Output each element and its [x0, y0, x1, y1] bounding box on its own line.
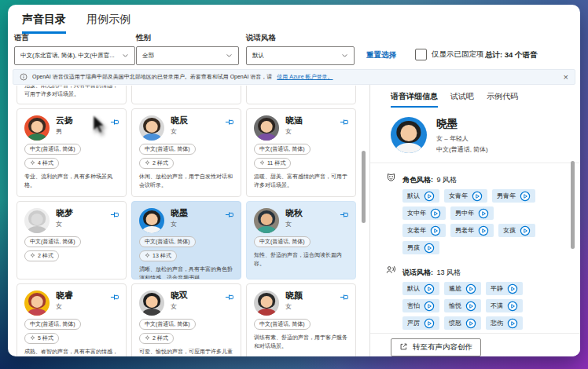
play-style-button[interactable] [424, 283, 435, 294]
play-style-button[interactable] [465, 301, 476, 312]
play-style-button[interactable] [520, 225, 531, 236]
gender-select[interactable]: 全部 [136, 46, 239, 65]
style-chip[interactable]: 害怕 [402, 299, 439, 312]
voice-card-clipped[interactable] [246, 86, 356, 104]
style-chip[interactable]: 平静 [486, 282, 523, 295]
voice-card-clipped[interactable]: 活泼、阳光的声音，具有丰富的情感，可用于许多对话场景。 [17, 86, 127, 104]
voice-card[interactable]: 晓双 女 中文(普通话, 简体) 2 样式 可爱、愉悦的声音，可应用于许多儿童相… [131, 283, 241, 356]
style-chip[interactable]: 愤怒 [444, 316, 481, 330]
voice-name: 晓墨 [171, 208, 188, 219]
azure-login-link[interactable]: 使用 Azure 帐户登录。 [277, 73, 333, 81]
styles-pill-label: 11 样式 [267, 160, 285, 166]
details-panel-scrollbar[interactable] [571, 161, 575, 249]
reset-selection-link[interactable]: 重置选择 [366, 50, 396, 60]
pin-icon[interactable] [109, 116, 119, 126]
style-chip[interactable]: 愉悦 [444, 299, 481, 312]
play-style-button[interactable] [424, 191, 435, 202]
pin-icon[interactable] [339, 291, 349, 301]
voice-card[interactable]: 晓颜 女 中文(普通话, 简体) 训练有素、舒适的声音，用于客户服务和对话场景。 [246, 283, 356, 356]
voice-card[interactable]: 晓梦 女 中文(普通话, 简体) 2 样式 [17, 201, 127, 279]
play-style-button[interactable] [507, 301, 518, 312]
pin-icon[interactable] [109, 291, 119, 301]
style-chip[interactable]: 男中年 [450, 206, 494, 220]
open-in-new-icon [399, 342, 408, 353]
language-select[interactable]: 中文(东北官话, 简体), 中文(中原官... [14, 46, 135, 65]
play-style-button[interactable] [430, 208, 441, 219]
styles-icon [145, 335, 150, 342]
play-style-button[interactable] [507, 283, 518, 294]
voice-card[interactable]: 晓辰 女 中文(普通话, 简体) 2 样式 休闲、放松的声音，用于自发性对话和会… [131, 108, 241, 197]
style-chip[interactable]: 尴尬 [444, 282, 481, 295]
chevron-down-icon [226, 52, 233, 60]
play-style-button[interactable] [424, 243, 435, 254]
voice-details-panel: 语音详细信息 试试吧 示例代码 晓墨 女 – 年轻人 中文(普通话, 简体) [369, 85, 580, 356]
voice-card[interactable]: 云扬 男 中文(普通话, 简体) 4 样式 专业、流利的声音，具有多种场景风格。 [17, 108, 127, 197]
play-style-button[interactable] [507, 318, 518, 329]
tab-voice-catalog[interactable]: 声音目录 [22, 13, 66, 34]
language-pill-line: 中文(普通话, 简体) [139, 144, 233, 155]
role-styles-count: 9 风格 [436, 176, 457, 184]
tab-try-it[interactable]: 试试吧 [450, 91, 474, 108]
go-to-audio-content-creation-button[interactable]: 转至有声内容创作 [391, 338, 481, 356]
voice-gallery-window: 声音目录 用例示例 语言 中文(东北官话, 简体), 中文(中原官... 性别 … [8, 5, 580, 356]
style-chip-label: 女老年 [407, 226, 426, 235]
avatar-body [257, 133, 276, 141]
language-pill-label: 中文(普通话, 简体) [30, 146, 75, 152]
style-chip[interactable]: 不满 [486, 299, 523, 312]
pin-icon[interactable] [339, 116, 349, 126]
play-style-button[interactable] [430, 225, 441, 236]
style-chip[interactable]: 严厉 [402, 316, 439, 330]
language-pill: 中文(普通话, 简体) [139, 144, 196, 155]
style-chip-label: 默认 [407, 284, 420, 293]
language-pill-line: 中文(普通话, 简体) [254, 144, 348, 155]
pin-icon[interactable] [224, 291, 234, 301]
style-chip[interactable]: 男老年 [450, 224, 494, 237]
speaking-styles-section: 说话风格: 13 风格 默认 尴尬 平静 害怕 愉悦 不满 [386, 264, 569, 333]
play-style-button[interactable] [465, 283, 476, 294]
voice-card-clipped[interactable] [131, 86, 241, 104]
pin-icon[interactable] [109, 209, 119, 219]
style-chip[interactable]: 悲伤 [486, 316, 523, 330]
avatar [254, 208, 279, 233]
play-style-button[interactable] [424, 301, 435, 312]
pinned-only-checkbox[interactable] [415, 49, 427, 60]
voice-card[interactable]: 晓秋 女 中文(普通话, 简体) 知性、舒适的声音，适合阅读长篇内容。 [246, 201, 356, 279]
style-chip[interactable]: 女老年 [402, 224, 446, 237]
pin-icon[interactable] [224, 209, 234, 219]
go-to-audio-content-creation-label: 转至有声内容创作 [413, 342, 472, 353]
styles-pill-label: 2 样式 [153, 160, 168, 166]
pin-icon[interactable] [224, 116, 234, 126]
role-styles-section: 角色风格: 9 风格 默认 女青年 男青年 女中年 男中年 女老年 [386, 171, 569, 254]
play-style-button[interactable] [478, 208, 489, 219]
tab-sample-code[interactable]: 示例代码 [487, 91, 518, 108]
play-style-button[interactable] [478, 225, 489, 236]
style-chip[interactable]: 男孩 [402, 241, 439, 254]
tab-voice-details[interactable]: 语音详细信息 [391, 91, 438, 108]
styles-pill: 11 样式 [254, 158, 348, 170]
speaking-style-filter-group: 说话风格 默认 [246, 33, 355, 65]
voice-card[interactable]: 晓墨 女 中文(普通话, 简体) 13 样式 清晰、放松的声音，具有丰富的角色扮… [131, 201, 241, 279]
style-chip[interactable]: 男青年 [492, 189, 535, 203]
play-style-button[interactable] [472, 191, 483, 202]
play-style-button[interactable] [465, 318, 476, 329]
speaking-style-select[interactable]: 默认 [246, 46, 355, 65]
style-chip[interactable]: 女青年 [444, 189, 487, 203]
tab-use-cases[interactable]: 用例示例 [86, 13, 130, 34]
style-chip[interactable]: 女孩 [498, 224, 535, 237]
banner-close-icon[interactable]: × [564, 73, 568, 82]
style-chip[interactable]: 默认 [402, 282, 439, 295]
voice-name: 晓颜 [285, 290, 303, 301]
play-style-button[interactable] [520, 191, 531, 202]
voice-gender: 女 [171, 220, 188, 228]
card-list-scrollbar[interactable] [362, 151, 366, 223]
play-style-button[interactable] [424, 318, 435, 329]
pin-icon[interactable] [339, 209, 349, 219]
language-pill-label: 中文(普通话, 简体) [259, 146, 305, 152]
style-chip[interactable]: 女中年 [402, 206, 446, 220]
style-chip-label: 尴尬 [449, 284, 461, 293]
voice-card[interactable]: 晓涵 女 中文(普通话, 简体) 11 样式 温暖、甜美、富有感情的声音，可用于… [246, 108, 356, 197]
gender-filter-group: 性别 全部 [136, 33, 239, 65]
avatar [24, 115, 50, 141]
style-chip[interactable]: 默认 [402, 189, 439, 203]
voice-card[interactable]: 晓睿 女 中文(普通话, 简体) 5 样式 成熟、睿智的声音，具有丰富的情感，适… [17, 283, 127, 356]
